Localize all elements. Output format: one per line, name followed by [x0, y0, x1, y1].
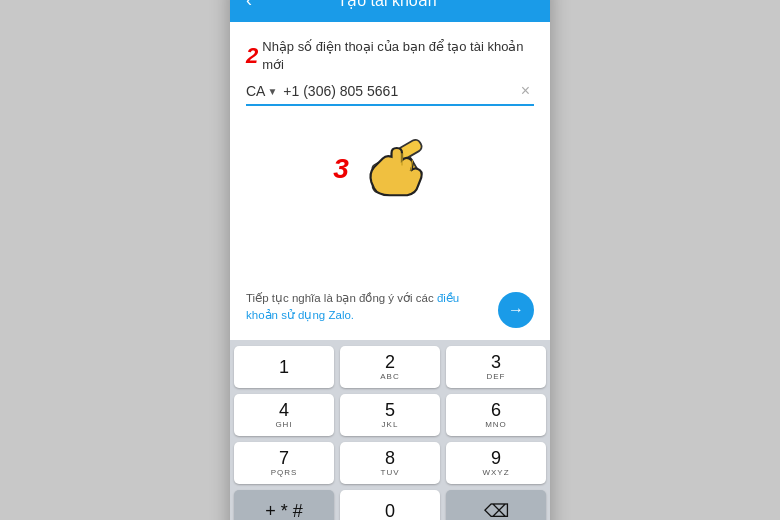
instruction-wrapper: CA ▼ ×: [246, 82, 534, 106]
keyboard-key[interactable]: 4GHI: [234, 394, 334, 436]
key-row: + * #0⌫: [234, 490, 546, 520]
key-sub-label: MNO: [485, 420, 507, 429]
keyboard-key[interactable]: + * #: [234, 490, 334, 520]
keyboard-key[interactable]: 2ABC: [340, 346, 440, 388]
key-main-label: 0: [385, 502, 395, 520]
key-row: 12ABC3DEF: [234, 346, 546, 388]
keyboard-key[interactable]: 1: [234, 346, 334, 388]
keyboard-key[interactable]: 8TUV: [340, 442, 440, 484]
keyboard: 12ABC3DEF4GHI5JKL6MNO7PQRS8TUV9WXYZ+ * #…: [230, 340, 550, 520]
hand-icon-area: 3: [246, 114, 534, 214]
instruction-text: Nhập số điện thoại của bạn để tạo tài kh…: [262, 38, 534, 74]
key-main-label: ⌫: [484, 502, 509, 520]
key-sub-label: JKL: [382, 420, 399, 429]
key-main-label: 3: [491, 353, 501, 371]
key-row: 4GHI5JKL6MNO: [234, 394, 546, 436]
key-main-label: 9: [491, 449, 501, 467]
key-main-label: 1: [279, 358, 289, 376]
key-sub-label: ABC: [380, 372, 399, 381]
country-selector[interactable]: CA ▼: [246, 83, 277, 99]
terms-text: Tiếp tục nghĩa là bạn đồng ý với các điề…: [246, 290, 490, 325]
key-sub-label: DEF: [487, 372, 506, 381]
next-button[interactable]: →: [498, 292, 534, 328]
key-main-label: + * #: [265, 502, 303, 520]
dropdown-arrow-icon: ▼: [267, 86, 277, 97]
key-sub-label: WXYZ: [482, 468, 509, 477]
key-row: 7PQRS8TUV9WXYZ: [234, 442, 546, 484]
key-sub-label: TUV: [381, 468, 400, 477]
keyboard-key[interactable]: 0: [340, 490, 440, 520]
content-area: 2 Nhập số điện thoại của bạn để tạo tài …: [230, 22, 550, 282]
clear-button[interactable]: ×: [517, 82, 534, 100]
label-2: 2: [246, 43, 258, 69]
phone-input[interactable]: [283, 83, 516, 99]
label-3: 3: [333, 153, 349, 185]
back-button[interactable]: ‹: [246, 0, 252, 11]
header: ‹ Tạo tài khoản: [230, 0, 550, 22]
phone-input-row[interactable]: CA ▼ ×: [246, 82, 534, 106]
key-main-label: 7: [279, 449, 289, 467]
hand-icon: [357, 134, 447, 204]
key-main-label: 8: [385, 449, 395, 467]
key-main-label: 4: [279, 401, 289, 419]
keyboard-key[interactable]: 7PQRS: [234, 442, 334, 484]
labels-row: 2 Nhập số điện thoại của bạn để tạo tài …: [246, 38, 534, 74]
backspace-key[interactable]: ⌫: [446, 490, 546, 520]
keyboard-key[interactable]: 9WXYZ: [446, 442, 546, 484]
keyboard-key[interactable]: 6MNO: [446, 394, 546, 436]
key-sub-label: PQRS: [271, 468, 298, 477]
keyboard-key[interactable]: 3DEF: [446, 346, 546, 388]
key-main-label: 6: [491, 401, 501, 419]
key-main-label: 5: [385, 401, 395, 419]
key-main-label: 2: [385, 353, 395, 371]
keyboard-key[interactable]: 5JKL: [340, 394, 440, 436]
next-arrow-icon: →: [508, 301, 524, 319]
terms-area: Tiếp tục nghĩa là bạn đồng ý với các điề…: [230, 282, 550, 340]
page-title: Tạo tài khoản: [264, 0, 510, 10]
country-code: CA: [246, 83, 265, 99]
key-sub-label: GHI: [275, 420, 292, 429]
phone-container: ‹ Tạo tài khoản 2 Nhập số điện thoại của…: [230, 0, 550, 520]
